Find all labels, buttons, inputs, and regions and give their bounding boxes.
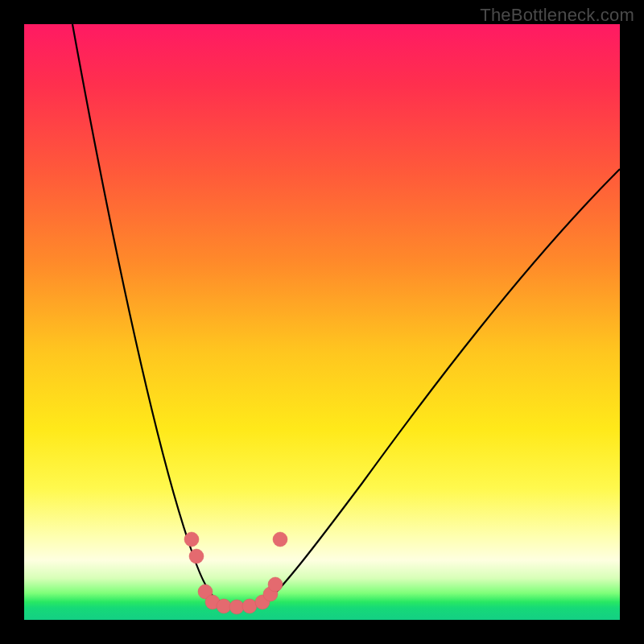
curve-left-branch <box>72 24 221 602</box>
marker-dot <box>189 549 204 564</box>
chart-svg <box>24 24 620 620</box>
watermark-text: TheBottleneck.com <box>480 5 634 26</box>
outer-frame: TheBottleneck.com <box>0 0 644 644</box>
marker-dot <box>229 600 244 614</box>
marker-dot <box>217 599 231 613</box>
marker-dot <box>273 532 287 547</box>
marker-dot <box>268 577 283 592</box>
marker-dot <box>242 599 257 613</box>
plot-area <box>24 24 620 620</box>
curve-right-branch <box>266 169 620 602</box>
marker-dot <box>184 532 199 547</box>
